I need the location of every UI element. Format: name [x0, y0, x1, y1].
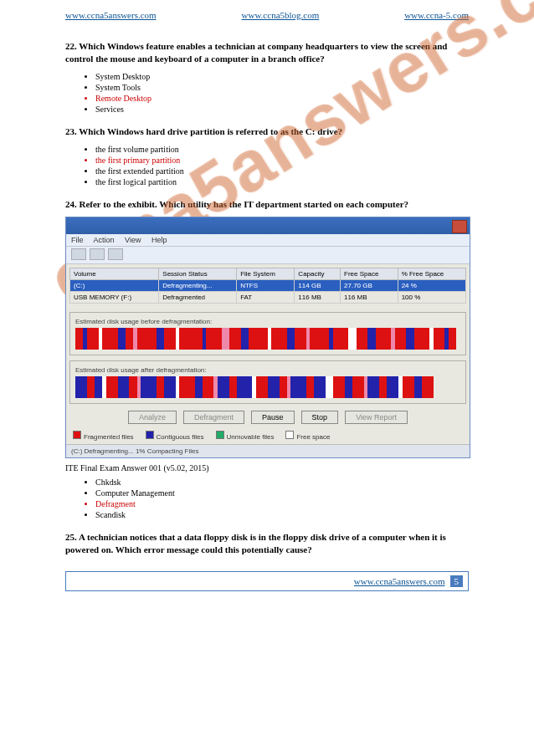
footer: www.ccna5answers.com 5: [65, 571, 469, 591]
legend-unmovable: Unmovable files: [216, 431, 275, 441]
q23-opt-0: the first volume partition: [95, 145, 469, 154]
q23-opt-2: the first extended partition: [95, 166, 469, 176]
menu-help[interactable]: Help: [151, 236, 167, 244]
col-volume[interactable]: Volume: [70, 268, 159, 280]
legend-fragmented: Fragmented files: [73, 431, 134, 441]
menubar: File Action View Help: [66, 234, 470, 247]
col-pct[interactable]: % Free Space: [398, 268, 465, 280]
cell-cap: 116 MB: [295, 292, 341, 304]
button-row: Analyze Defragment Pause Stop View Repor…: [66, 411, 470, 424]
volume-table-wrap: Volume Session Status File System Capaci…: [66, 264, 470, 307]
cell-vol: (C:): [70, 280, 159, 292]
question-23-options: the first volume partition the first pri…: [95, 145, 469, 186]
page-number: 5: [450, 575, 464, 587]
q24-opt-2: Defragment: [95, 499, 469, 508]
stop-button[interactable]: Stop: [301, 411, 339, 424]
fragmentation-bar-before: [75, 328, 460, 350]
question-22-text: 22. Which Windows feature enables a tech…: [65, 40, 469, 65]
header-link-1[interactable]: www.ccna5answers.com: [65, 10, 157, 20]
header-link-3[interactable]: www.ccna-5.com: [404, 10, 469, 20]
q23-opt-1: the first primary partition: [95, 156, 469, 165]
cell-pct: 100 %: [398, 292, 465, 304]
table-header-row: Volume Session Status File System Capaci…: [70, 268, 466, 280]
legend-contiguous: Contiguous files: [146, 431, 204, 441]
toolbar-icon[interactable]: [108, 248, 123, 260]
cell-cap: 114 GB: [295, 280, 341, 292]
table-row[interactable]: (C:) Defragmenting... NTFS 114 GB 27.70 …: [70, 280, 466, 292]
cell-status: Defragmenting...: [159, 280, 237, 292]
question-24-text: 24. Refer to the exhibit. Which utility …: [65, 198, 469, 211]
q23-opt-3: the first logical partition: [95, 177, 469, 186]
panel-after: Estimated disk usage after defragmentati…: [69, 360, 466, 404]
q24-opt-1: Computer Management: [95, 488, 469, 498]
legend: Fragmented files Contiguous files Unmova…: [66, 427, 470, 444]
q22-opt-0: System Desktop: [95, 72, 469, 81]
question-25-text: 25. A technician notices that a data flo…: [65, 531, 469, 556]
menu-action[interactable]: Action: [94, 236, 115, 244]
menu-view[interactable]: View: [125, 236, 141, 244]
cell-free: 116 MB: [341, 292, 398, 304]
question-24-options: Chkdsk Computer Management Defragment Sc…: [95, 478, 469, 519]
col-capacity[interactable]: Capacity: [295, 268, 341, 280]
content-area: 22. Which Windows feature enables a tech…: [0, 40, 534, 556]
table-row[interactable]: USB MEMORY (F:) Defragmented FAT 116 MB …: [70, 292, 466, 304]
legend-freespace: Free space: [285, 431, 330, 441]
defragment-button[interactable]: Defragment: [183, 411, 244, 424]
toolbar-icon[interactable]: [71, 248, 86, 260]
q22-opt-1: System Tools: [95, 83, 469, 92]
panel-before: Estimated disk usage before defragmentat…: [69, 312, 466, 355]
col-fs[interactable]: File System: [237, 268, 295, 280]
col-status[interactable]: Session Status: [159, 268, 237, 280]
panel-after-label: Estimated disk usage after defragmentati…: [75, 366, 460, 374]
cell-free: 27.70 GB: [341, 280, 398, 292]
pause-button[interactable]: Pause: [251, 411, 295, 424]
q24-opt-0: Chkdsk: [95, 478, 469, 487]
col-free[interactable]: Free Space: [341, 268, 398, 280]
volume-table: Volume Session Status File System Capaci…: [69, 268, 466, 304]
toolbar-icon[interactable]: [90, 248, 105, 260]
cell-pct: 24 %: [398, 280, 465, 292]
menu-file[interactable]: File: [71, 236, 84, 244]
status-bar: (C:) Defragmenting... 1% Compacting File…: [66, 444, 470, 457]
cell-fs: NTFS: [237, 280, 295, 292]
close-icon[interactable]: [452, 220, 467, 233]
exhibit-window: File Action View Help Volume Session Sta…: [65, 217, 470, 458]
header-link-2[interactable]: www.ccna5blog.com: [242, 10, 320, 20]
question-23-text: 23. Which Windows hard drive partition i…: [65, 125, 469, 138]
question-22-options: System Desktop System Tools Remote Deskt…: [95, 72, 469, 114]
cell-vol: USB MEMORY (F:): [70, 292, 159, 304]
fragmentation-bar-after: [75, 376, 460, 398]
q22-opt-3: Services: [95, 105, 469, 114]
header-links: www.ccna5answers.com www.ccna5blog.com w…: [0, 10, 534, 20]
toolbar: [66, 247, 470, 264]
view-report-button[interactable]: View Report: [345, 411, 408, 424]
exhibit-caption: ITE Final Exam Answer 001 (v5.02, 2015): [65, 463, 469, 472]
analyze-button[interactable]: Analyze: [128, 411, 177, 424]
footer-link[interactable]: www.ccna5answers.com: [354, 576, 445, 586]
q24-opt-3: Scandisk: [95, 510, 469, 519]
q22-opt-2: Remote Desktop: [95, 94, 469, 103]
cell-status: Defragmented: [159, 292, 237, 304]
cell-fs: FAT: [237, 292, 295, 304]
titlebar: [66, 217, 470, 234]
panel-before-label: Estimated disk usage before defragmentat…: [75, 318, 460, 325]
